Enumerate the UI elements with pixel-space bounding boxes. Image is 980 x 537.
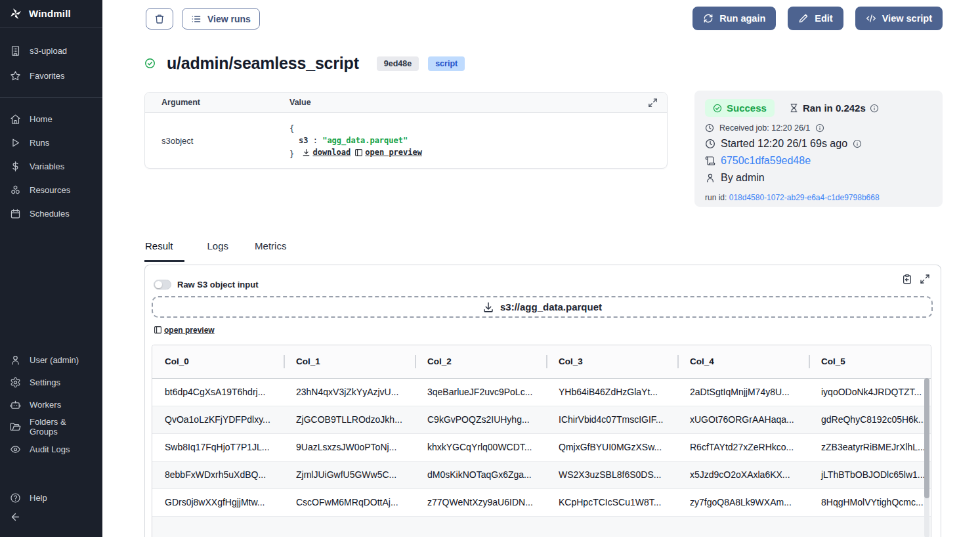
table-cell[interactable]: dM0sKikNOTaqGx6Zga... (415, 461, 546, 488)
table-cell[interactable]: 2aDtSgtIqMnjjM74y8U... (677, 378, 809, 406)
table-cell[interactable]: z77QWeNtXzy9aU6IDN... (415, 488, 546, 516)
table-row: 8ebbFxWDxrh5uXdBQ...ZjmlJUiGwfU5GWw5C...… (152, 461, 931, 488)
download-icon (482, 301, 494, 313)
table-cell[interactable]: iyqoODoNk4JRDQTZT... (809, 378, 931, 406)
table-cell[interactable]: Swb8Iq17FqHjoT7P1JL... (152, 433, 284, 461)
info-icon[interactable] (870, 104, 879, 113)
edit-button[interactable]: Edit (788, 7, 843, 30)
run-id-link[interactable]: 018d4580-1072-ab29-e6a4-c1de9798b668 (729, 193, 880, 202)
open-preview-link[interactable]: open preview (154, 326, 215, 335)
download-link[interactable]: download (302, 146, 351, 158)
view-script-button[interactable]: View script (855, 7, 943, 30)
sidebar-item-help[interactable]: Help (0, 486, 102, 509)
sidebar: Windmill s3-upload Favorites Home Runs (0, 0, 102, 537)
delete-button[interactable] (146, 8, 173, 30)
column-header[interactable]: Col_0 (152, 345, 284, 378)
sidebar-item-home[interactable]: Home (0, 107, 102, 131)
table-scrollbar[interactable] (924, 378, 929, 537)
job-hash-link[interactable]: 6750c1dfa59ed48e (721, 155, 811, 167)
open-preview-link[interactable]: open preview (354, 146, 422, 158)
expand-icon[interactable] (920, 274, 930, 284)
sidebar-item-user[interactable]: User (admin) (0, 349, 102, 371)
table-cell[interactable]: 23hN4qxV3jZkYyAzjvU... (284, 378, 415, 406)
toolbar-right: Run again Edit View script (692, 7, 943, 30)
tab-logs[interactable]: Logs (196, 240, 240, 262)
column-header[interactable]: Col_1 (284, 345, 415, 378)
table-cell[interactable]: khxkYGCqYrlq00WCDT... (415, 433, 546, 461)
table-row (152, 516, 931, 537)
s3-file-download-area[interactable]: s3://agg_data.parquet (152, 296, 933, 318)
column-header[interactable]: Col_2 (415, 345, 546, 378)
table-cell[interactable]: CscOFwM6MRqDOttAj... (284, 488, 415, 516)
argument-row: s3object { s3 : "agg_data.parquet" } do (145, 113, 667, 168)
table-cell[interactable]: 8HqgHMolVYtighQcmc... (809, 488, 931, 516)
sidebar-item-favorites[interactable]: Favorites (0, 63, 102, 88)
user-icon (705, 173, 715, 183)
sidebar-item-workers[interactable]: Workers (0, 393, 102, 416)
table-cell[interactable]: gdReQhyC8192c05H6k... (809, 406, 931, 433)
table-cell[interactable]: jLThBTbOBJODlc65lw1... (809, 461, 931, 488)
clipboard-copy-icon[interactable] (902, 274, 912, 284)
table-cell[interactable]: ZjGCOB9TLLROdzoJkh... (284, 406, 415, 433)
table-cell[interactable]: C9kGvPOQZs2IUHyhg... (415, 406, 546, 433)
json-key[interactable]: s3 (299, 136, 308, 145)
view-runs-button[interactable]: View runs (182, 8, 260, 30)
run-id-label: run id: (705, 193, 727, 202)
calendar-icon (10, 208, 21, 219)
version-badge[interactable]: 9ed48e (377, 56, 419, 71)
table-cell[interactable]: WS2X3uzSBL8f6S0DS... (546, 461, 677, 488)
table-cell[interactable]: 8ebbFxWDxrh5uXdBQ... (152, 461, 284, 488)
sidebar-item-label: Variables (30, 161, 64, 171)
table-cell[interactable]: zZB3eatyrRiBMEJrXlhL... (809, 433, 931, 461)
sidebar-item-label: Resources (30, 185, 70, 195)
table-cell[interactable]: YHb64iB46ZdHzGlaYt... (546, 378, 677, 406)
sidebar-collapse[interactable] (0, 509, 102, 533)
table-cell[interactable]: ZjmlJUiGwfU5GWw5C... (284, 461, 415, 488)
column-header[interactable]: Col_4 (677, 345, 809, 378)
table-cell[interactable]: R6cfTAYtd27xZeRHkco... (677, 433, 809, 461)
table-cell[interactable]: GDrs0j8wXXgfHgjjMtw... (152, 488, 284, 516)
table-cell[interactable]: bt6dp4CgXsA19T6hdrj... (152, 378, 284, 406)
toggle-knob (155, 281, 162, 288)
brand[interactable]: Windmill (0, 0, 102, 28)
expand-arguments-button[interactable] (648, 98, 658, 108)
table-cell (284, 516, 415, 537)
json-string-value: "agg_data.parquet" (322, 136, 408, 145)
bot-icon (10, 399, 21, 410)
table-cell[interactable]: KCpHpcTCIcSCu1W8T... (546, 488, 677, 516)
column-header[interactable]: Col_5 (809, 345, 931, 378)
table-cell[interactable]: x5Jzd9cO2oXAxla6KX... (677, 461, 809, 488)
table-row: bt6dp4CgXsA19T6hdrj...23hN4qxV3jZkYyAzjv… (152, 378, 931, 406)
table-row: QvOa1oLzKFjYDFPdlxy...ZjGCOB9TLLROdzoJkh… (152, 406, 931, 433)
sidebar-item-s3-upload[interactable]: s3-upload (0, 38, 102, 63)
sidebar-item-runs[interactable]: Runs (0, 131, 102, 154)
run-again-button[interactable]: Run again (692, 7, 776, 30)
sidebar-item-schedules[interactable]: Schedules (0, 202, 102, 225)
raw-s3-toggle[interactable] (154, 280, 171, 290)
run-duration-label: Ran in 0.242s (803, 102, 866, 114)
info-icon[interactable] (853, 139, 862, 148)
table-cell[interactable]: zy7fgoQ8A8Lk9WXAm... (677, 488, 809, 516)
tab-result[interactable]: Result (144, 240, 184, 262)
sidebar-item-settings[interactable]: Settings (0, 371, 102, 393)
sidebar-item-folders-groups[interactable]: Folders & Groups (0, 416, 102, 438)
sidebar-item-label: Schedules (30, 209, 70, 219)
scrollbar-thumb[interactable] (924, 378, 929, 498)
table-cell[interactable]: 9UazLsxzsJW0oPToNj... (284, 433, 415, 461)
tab-metrics[interactable]: Metrics (244, 240, 297, 262)
maximize-icon (648, 98, 658, 108)
sidebar-item-variables[interactable]: Variables (0, 154, 102, 178)
table-cell[interactable]: QvOa1oLzKFjYDFPdlxy... (152, 406, 284, 433)
sidebar-item-label: Audit Logs (30, 444, 70, 454)
sidebar-item-audit-logs[interactable]: Audit Logs (0, 438, 102, 460)
table-cell[interactable]: 3qeBarlueJF2uvc9PoLc... (415, 378, 546, 406)
list-icon (191, 14, 202, 24)
info-icon[interactable] (815, 123, 824, 133)
column-header[interactable]: Col_3 (546, 345, 677, 378)
sidebar-item-resources[interactable]: Resources (0, 178, 102, 202)
table-cell[interactable]: QmjxGfBYUI0MGzXSw... (546, 433, 677, 461)
table-cell[interactable]: xUGOt76ORGrAAHaqa... (677, 406, 809, 433)
table-cell[interactable]: IChirVbid4c07TmscIGIF... (546, 406, 677, 433)
home-icon (10, 114, 21, 125)
sidebar-item-label: Home (30, 114, 53, 124)
